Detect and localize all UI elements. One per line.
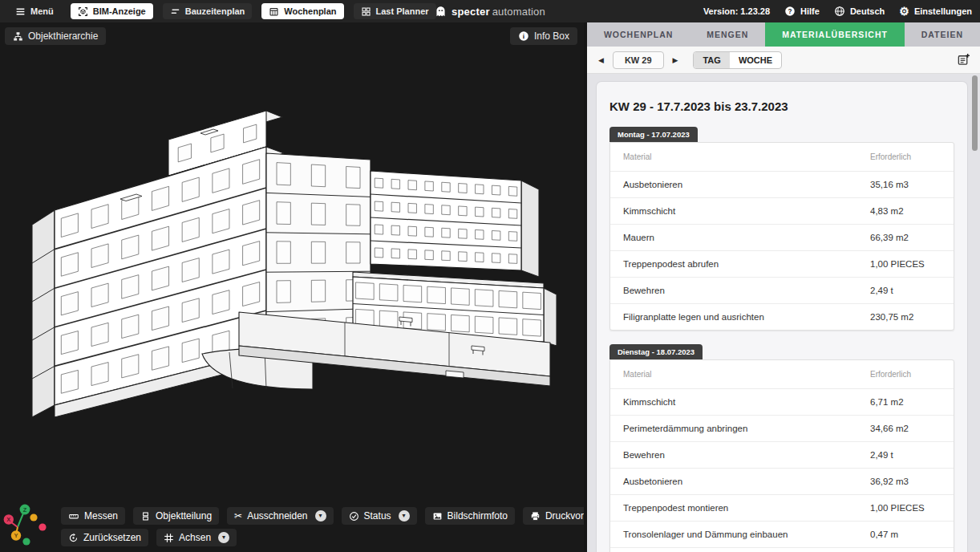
material-cell: Mauern bbox=[623, 233, 870, 242]
required-cell: 1,00 PIECES bbox=[870, 259, 941, 269]
zuruecksetzen-button[interactable]: Zurücksetzen bbox=[61, 529, 148, 546]
axis-x-label: X bbox=[6, 516, 10, 523]
hierarchy-icon bbox=[13, 31, 23, 42]
button-label: Achsen bbox=[179, 532, 211, 543]
table-row[interactable]: Bewehren2,49 t bbox=[610, 277, 954, 303]
nav-wochenplan[interactable]: Wochenplan bbox=[261, 3, 343, 19]
reset-icon bbox=[68, 533, 79, 543]
help-button[interactable]: ? Hilfe bbox=[784, 6, 820, 17]
scissors-icon: ✂ bbox=[234, 511, 242, 521]
globe-icon bbox=[834, 6, 845, 17]
menu-button[interactable]: Menü bbox=[8, 3, 61, 19]
material-cell: Ausbetonieren bbox=[623, 477, 870, 486]
top-bar: Menü BIM-Anzeige Bauzeitenplan Wochenpla… bbox=[0, 0, 980, 22]
building-model bbox=[0, 107, 584, 524]
tab-materialuebersicht[interactable]: MATERIALÜBERSICHT bbox=[765, 22, 905, 47]
nav-bim-anzeige[interactable]: BIM-Anzeige bbox=[71, 3, 153, 19]
achsen-button[interactable]: Achsen ▾ bbox=[156, 529, 237, 546]
hamburger-menu-icon bbox=[15, 6, 26, 17]
status-button[interactable]: Status ▾ bbox=[342, 507, 417, 525]
previous-week-button[interactable]: ◀ bbox=[597, 56, 605, 64]
chevron-down-icon[interactable]: ▾ bbox=[218, 532, 229, 543]
nav-bauzeitenplan[interactable]: Bauzeitenplan bbox=[163, 3, 253, 19]
table-row[interactable]: Kimmschicht4,83 m2 bbox=[610, 197, 954, 224]
object-hierarchy-label: Objekthierarchie bbox=[28, 30, 98, 42]
table-row[interactable]: Ausbetonieren35,16 m3 bbox=[610, 171, 954, 197]
material-column-header: Material bbox=[623, 370, 870, 379]
language-label: Deutsch bbox=[850, 6, 885, 16]
objektteilung-button[interactable]: Zurücksetzen Objektteilung bbox=[133, 507, 219, 525]
button-label: Ausschneiden bbox=[247, 510, 307, 522]
table-row[interactable]: Filigranplatte legen und ausrichten230,7… bbox=[610, 547, 954, 552]
toggle-woche[interactable]: WOCHE bbox=[730, 52, 781, 68]
nav-last-planner[interactable]: Last Planner bbox=[354, 3, 436, 19]
status-check-icon bbox=[349, 511, 359, 522]
required-cell: 2,49 t bbox=[870, 286, 941, 295]
material-cell: Bewehren bbox=[623, 286, 870, 295]
chevron-down-icon[interactable]: ▾ bbox=[315, 510, 326, 522]
printer-icon bbox=[530, 511, 541, 522]
nav-label: Wochenplan bbox=[284, 6, 336, 16]
chevron-down-icon[interactable]: ▾ bbox=[399, 510, 410, 522]
nav-label: Bauzeitenplan bbox=[185, 6, 245, 16]
table-row[interactable]: Ausbetonieren36,92 m3 bbox=[610, 468, 954, 494]
help-label: Hilfe bbox=[800, 6, 820, 16]
table-row[interactable]: Filigranplatte legen und ausrichten230,7… bbox=[610, 303, 954, 330]
next-week-button[interactable]: ▶ bbox=[671, 56, 680, 64]
required-cell: 36,92 m3 bbox=[870, 477, 941, 486]
required-column-header: Erforderlich bbox=[870, 370, 941, 379]
axis-z-neg-handle[interactable] bbox=[22, 538, 30, 545]
table-header: Material Erforderlich bbox=[610, 143, 954, 171]
axis-gizmo[interactable]: Z X Y bbox=[3, 502, 50, 549]
menu-label: Menü bbox=[30, 6, 54, 16]
table-row[interactable]: Bewehren2,49 t bbox=[610, 441, 954, 468]
weekplan-calendar-icon bbox=[269, 6, 279, 17]
week-selector[interactable]: KW 29 bbox=[613, 51, 664, 69]
brand-suffix: automation bbox=[492, 6, 545, 18]
required-cell: 230,75 m2 bbox=[870, 312, 941, 322]
axis-y-label: Y bbox=[14, 532, 18, 539]
info-box-label: Info Box bbox=[534, 30, 569, 42]
toggle-tag[interactable]: TAG bbox=[694, 52, 729, 68]
ghost-logo-icon bbox=[435, 6, 447, 18]
week-card: KW 29 - 17.7.2023 bis 23.7.2023 Montag -… bbox=[597, 82, 967, 552]
required-column-header: Erforderlich bbox=[870, 152, 941, 161]
axis-y-neg-handle[interactable] bbox=[30, 513, 37, 521]
panel-tab-bar: WOCHENPLAN MENGEN MATERIALÜBERSICHT DATE… bbox=[587, 22, 980, 47]
material-cell: Perimeterdämmung anbringen bbox=[623, 424, 870, 433]
split-object-icon bbox=[140, 511, 151, 522]
version-text: Version: 1.23.28 bbox=[703, 6, 770, 16]
tab-wochenplan[interactable]: WOCHENPLAN bbox=[587, 22, 690, 47]
add-report-button[interactable] bbox=[957, 53, 970, 67]
info-box-button[interactable]: i Info Box bbox=[510, 27, 577, 45]
material-table: Material Erforderlich Ausbetonieren35,16… bbox=[609, 142, 954, 331]
table-row[interactable]: Tronsolenlager und Dämmung einbauen0,47 … bbox=[610, 521, 954, 547]
brand-logo: specterautomation bbox=[435, 6, 545, 18]
settings-button[interactable]: ⚙ Einstellungen bbox=[899, 6, 972, 17]
image-icon bbox=[432, 511, 443, 522]
bildschirmfoto-button[interactable]: Bildschirmfoto bbox=[425, 507, 515, 525]
druckvorschau-button[interactable]: Druckvorschau ▾ bbox=[523, 507, 584, 525]
material-table: Material Erforderlich Kimmschicht6,71 m2… bbox=[609, 359, 954, 552]
ausschneiden-button[interactable]: ✂ Ausschneiden ▾ bbox=[227, 507, 333, 525]
table-row[interactable]: Treppenpodest montieren1,00 PIECES bbox=[610, 494, 954, 521]
messen-button[interactable]: Messen bbox=[61, 507, 125, 525]
scrollbar-thumb[interactable] bbox=[972, 75, 978, 151]
table-row[interactable]: Perimeterdämmung anbringen34,66 m2 bbox=[610, 415, 954, 441]
axis-x-neg-handle[interactable] bbox=[38, 523, 46, 530]
material-cell: Kimmschicht bbox=[623, 206, 870, 216]
material-cell: Ausbetonieren bbox=[623, 180, 870, 189]
object-hierarchy-button[interactable]: Objekthierarchie bbox=[5, 27, 106, 45]
week-navigation: ◀ KW 29 ▶ TAG WOCHE bbox=[587, 47, 980, 74]
table-row[interactable]: Kimmschicht6,71 m2 bbox=[610, 388, 954, 415]
required-cell: 2,49 t bbox=[870, 450, 941, 460]
tab-mengen[interactable]: MENGEN bbox=[690, 22, 765, 47]
bim-3d-viewport[interactable]: Objekthierarchie i Info Box Z X Y M bbox=[0, 22, 584, 552]
material-cell: Treppenpodest abrufen bbox=[623, 259, 870, 269]
tab-dateien[interactable]: DATEIEN bbox=[905, 22, 980, 47]
required-cell: 6,71 m2 bbox=[870, 397, 941, 407]
day-badge: Dienstag - 18.07.2023 bbox=[609, 344, 703, 359]
table-row[interactable]: Mauern66,39 m2 bbox=[610, 224, 954, 250]
language-button[interactable]: Deutsch bbox=[834, 6, 885, 17]
table-row[interactable]: Treppenpodest abrufen1,00 PIECES bbox=[610, 250, 954, 277]
